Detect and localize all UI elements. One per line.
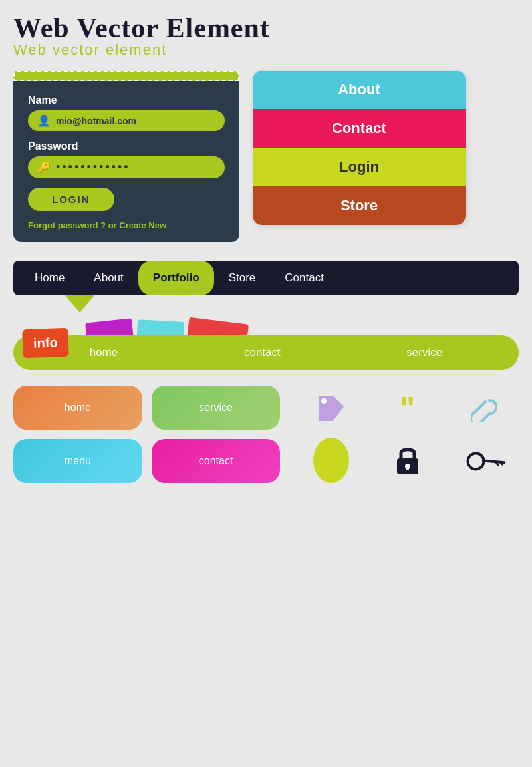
info-label: info <box>22 328 68 358</box>
name-group: Name 👤 <box>28 94 225 131</box>
login-button[interactable]: LOGIN <box>28 188 114 211</box>
svg-line-7 <box>500 462 502 464</box>
name-label: Name <box>28 94 225 106</box>
menu-item-store[interactable]: Store <box>253 186 466 225</box>
info-section: info home contact service <box>13 335 519 370</box>
menu-card: About Contact Login Store <box>253 71 466 225</box>
svg-point-0 <box>321 398 327 404</box>
nav-section: Home About Portfolio Store Contact <box>13 261 519 295</box>
nav-item-about[interactable]: About <box>79 261 138 295</box>
name-input[interactable] <box>56 116 215 126</box>
menu-card-wrapper: About Contact Login Store <box>253 71 519 225</box>
nav-arrow-down-icon <box>65 295 94 313</box>
nav-item-home[interactable]: Home <box>20 261 79 295</box>
key-icon-bottom <box>467 446 501 475</box>
login-form: Name 👤 Password 🔑 •••••••••••• LOGIN For… <box>13 71 239 242</box>
nav-bar: Home About Portfolio Store Contact <box>13 261 519 295</box>
section-login-menu: Name 👤 Password 🔑 •••••••••••• LOGIN For… <box>0 64 532 249</box>
nav-item-portfolio[interactable]: Portfolio <box>138 261 214 295</box>
menu-item-login[interactable]: Login <box>253 148 466 186</box>
tag-icon <box>316 393 346 424</box>
home-button[interactable]: home <box>13 386 142 430</box>
key-icon-form: 🔑 <box>37 161 51 174</box>
paperclip-icon <box>471 395 497 422</box>
svg-rect-3 <box>406 466 409 470</box>
page-title: Web Vector Element <box>13 12 519 44</box>
password-group: Password 🔑 •••••••••••• <box>28 140 225 178</box>
icons-section: " <box>296 386 519 483</box>
name-input-wrapper[interactable]: 👤 <box>28 110 225 131</box>
forgot-password-text: Forgot password ? or Create New <box>28 220 225 230</box>
menu-item-contact[interactable]: Contact <box>253 109 466 148</box>
info-nav-service[interactable]: service <box>406 346 442 359</box>
user-icon: 👤 <box>37 114 51 127</box>
nav-item-store[interactable]: Store <box>214 261 271 295</box>
oval-icon <box>313 438 349 483</box>
menu-button[interactable]: menu <box>13 439 142 483</box>
password-input-wrapper[interactable]: 🔑 •••••••••••• <box>28 156 225 178</box>
password-label: Password <box>28 140 225 152</box>
lock-icon <box>393 444 422 477</box>
quote-icon: " <box>400 392 415 424</box>
nav-item-contact[interactable]: Contact <box>270 261 338 295</box>
button-grid: home service menu contact <box>13 386 280 483</box>
info-nav-bar: home contact service <box>13 335 519 370</box>
contact-button[interactable]: contact <box>152 439 281 483</box>
service-button[interactable]: service <box>152 386 281 430</box>
password-dots: •••••••••••• <box>56 160 130 174</box>
create-new-link[interactable]: or Create New <box>108 220 166 230</box>
menu-item-about[interactable]: About <box>253 71 466 109</box>
info-nav-home[interactable]: home <box>90 346 118 359</box>
info-nav-contact[interactable]: contact <box>244 346 281 359</box>
buttons-icons-section: home service menu contact " <box>13 386 519 483</box>
header: Web Vector Element Web vector element <box>0 0 532 64</box>
